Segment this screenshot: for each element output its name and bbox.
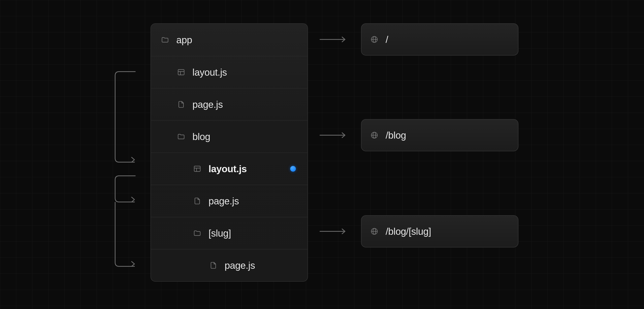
route-path: /blog (386, 130, 406, 141)
route-box-blog: /blog (361, 119, 518, 151)
tree-row-layout: layout.js (151, 56, 308, 88)
arrow-right-icon (320, 132, 348, 138)
file-icon (177, 100, 185, 108)
active-dot-icon (290, 166, 296, 172)
tree-row-blog-layout: layout.js (151, 152, 308, 185)
file-tree-panel: app layout.js page.js (150, 23, 308, 282)
tree-label: [slug] (208, 228, 231, 239)
layout-icon (193, 165, 201, 173)
tree-row-blog: blog (151, 120, 308, 152)
folder-icon (177, 132, 185, 140)
route-path: / (386, 34, 388, 45)
tree-row-blog-page: page.js (151, 185, 308, 217)
connector-arrow-icon (111, 174, 139, 204)
tree-label: blog (192, 131, 210, 142)
tree-label: app (176, 34, 192, 46)
tree-label: page.js (192, 99, 223, 110)
svg-rect-0 (178, 70, 184, 75)
globe-icon (370, 227, 378, 235)
globe-icon (370, 36, 378, 44)
svg-rect-3 (194, 166, 200, 172)
route-box-root: / (361, 23, 518, 56)
tree-label: layout.js (192, 67, 227, 78)
folder-icon (193, 229, 201, 237)
route-box-slug: /blog/[slug] (361, 215, 518, 248)
tree-label: layout.js (208, 163, 247, 174)
folder-icon (161, 36, 169, 44)
route-path: /blog/[slug] (386, 226, 431, 237)
tree-row-slug-page: page.js (151, 249, 308, 281)
tree-label: page.js (224, 260, 255, 271)
tree-label: page.js (208, 196, 239, 206)
file-icon (209, 261, 217, 269)
globe-icon (370, 131, 378, 139)
connector-arrow-icon (111, 202, 139, 268)
arrow-right-icon (320, 228, 348, 234)
arrow-right-icon (320, 36, 348, 42)
connector-arrow-icon (111, 70, 139, 164)
file-icon (193, 197, 201, 205)
layout-icon (177, 68, 185, 76)
tree-row-app: app (151, 24, 308, 56)
tree-row-page: page.js (151, 88, 308, 120)
tree-row-slug: [slug] (151, 217, 308, 249)
